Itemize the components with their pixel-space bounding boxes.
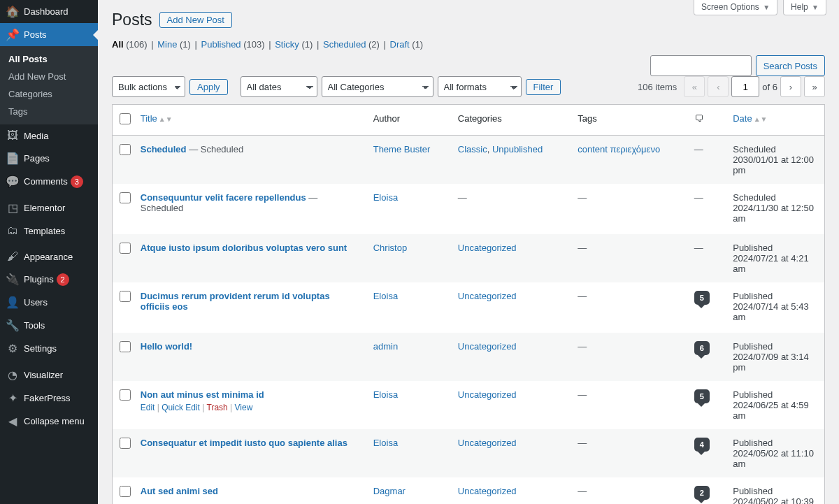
- comment-count[interactable]: 5: [694, 291, 710, 305]
- sidebar-item-visualizer[interactable]: ◔Visualizer: [0, 363, 98, 387]
- post-title-link[interactable]: Consequuntur velit facere repellendus: [141, 192, 306, 203]
- table-row: Consequatur et impedit iusto quo sapient…: [113, 429, 825, 477]
- view-filter-all[interactable]: All (106): [112, 39, 148, 50]
- quick-edit-link[interactable]: Quick Edit: [162, 403, 200, 412]
- format-filter-select[interactable]: All formats: [438, 76, 522, 97]
- help-tab[interactable]: Help ▼: [783, 0, 826, 15]
- sidebar-item-tools[interactable]: 🔧Tools: [0, 314, 98, 337]
- sidebar-item-comments[interactable]: 💬Comments3: [0, 170, 98, 193]
- category-link[interactable]: Uncategorized: [458, 243, 517, 253]
- trash-link[interactable]: Trash: [207, 403, 228, 412]
- row-checkbox[interactable]: [120, 243, 131, 254]
- column-tags[interactable]: Tags: [571, 105, 687, 136]
- category-link[interactable]: Uncategorized: [458, 486, 517, 496]
- author-link[interactable]: Dagmar: [373, 486, 406, 496]
- view-link[interactable]: View: [235, 403, 253, 412]
- apply-button[interactable]: Apply: [189, 79, 228, 95]
- view-filter-mine[interactable]: Mine (1): [157, 39, 191, 50]
- caret-down-icon: ▼: [812, 3, 819, 11]
- sidebar-item-users[interactable]: 👤Users: [0, 291, 98, 314]
- visualizer-icon: ◔: [6, 368, 20, 382]
- post-title-link[interactable]: Ducimus rerum provident rerum id volupta…: [141, 291, 330, 312]
- post-title-link[interactable]: Consequatur et impedit iusto quo sapient…: [141, 438, 347, 448]
- row-checkbox[interactable]: [120, 192, 131, 203]
- sidebar-sub-all[interactable]: All Posts: [0, 50, 98, 68]
- row-checkbox[interactable]: [120, 438, 131, 449]
- category-link[interactable]: Uncategorized: [458, 438, 517, 448]
- comment-count[interactable]: 5: [694, 389, 710, 403]
- post-title-link[interactable]: Non aut minus est minima id: [141, 389, 264, 400]
- comment-count[interactable]: 6: [694, 341, 710, 355]
- sidebar-item-posts[interactable]: 📌Posts: [0, 23, 98, 46]
- column-author[interactable]: Author: [366, 105, 451, 136]
- category-link[interactable]: Uncategorized: [458, 291, 517, 301]
- view-filter-published[interactable]: Published (103): [201, 39, 265, 50]
- search-posts-button[interactable]: Search Posts: [756, 55, 825, 76]
- sidebar-item-label: FakerPress: [24, 393, 70, 403]
- author-link[interactable]: Eloisa: [373, 192, 398, 203]
- pagination-prev-button[interactable]: ‹: [708, 76, 729, 97]
- plugins-icon: 🔌: [6, 273, 20, 286]
- post-title-link[interactable]: Atque iusto ipsum doloribus voluptas ver…: [141, 243, 347, 253]
- sidebar-item-plugins[interactable]: 🔌Plugins2: [0, 268, 98, 291]
- sidebar-item-settings[interactable]: ⚙Settings: [0, 337, 98, 360]
- row-checkbox[interactable]: [120, 389, 131, 401]
- column-comments[interactable]: 🗨: [687, 105, 726, 136]
- filter-button[interactable]: Filter: [526, 79, 561, 95]
- sidebar-sub-tags[interactable]: Tags: [0, 103, 98, 120]
- pagination-first-button[interactable]: «: [684, 76, 705, 97]
- post-title-link[interactable]: Aut sed animi sed: [141, 486, 218, 496]
- post-title-link[interactable]: Scheduled: [141, 144, 187, 154]
- sidebar-item-label: Pages: [24, 153, 50, 164]
- pagination-current-input[interactable]: [731, 76, 759, 97]
- sidebar-sub-cat[interactable]: Categories: [0, 85, 98, 103]
- tag-link[interactable]: content: [578, 144, 608, 154]
- category-link[interactable]: Uncategorized: [458, 389, 517, 400]
- date-filter-select[interactable]: All dates: [241, 76, 317, 97]
- sidebar-sub-add[interactable]: Add New Post: [0, 68, 98, 85]
- author-link[interactable]: admin: [373, 341, 398, 352]
- sidebar-item-fakerpress[interactable]: ✦FakerPress: [0, 387, 98, 410]
- row-checkbox[interactable]: [120, 144, 131, 155]
- row-checkbox[interactable]: [120, 486, 131, 497]
- add-new-post-button[interactable]: Add New Post: [159, 12, 232, 28]
- post-title-link[interactable]: Hello world!: [141, 341, 192, 352]
- view-filter-sticky[interactable]: Sticky (1): [275, 39, 313, 50]
- bulk-actions-select[interactable]: Bulk actions: [112, 76, 185, 97]
- pagination-last-button[interactable]: »: [804, 76, 825, 97]
- row-checkbox[interactable]: [120, 341, 131, 352]
- author-link[interactable]: Theme Buster: [373, 144, 431, 154]
- sidebar-item-collapse[interactable]: ◀Collapse menu: [0, 410, 98, 433]
- category-link[interactable]: Unpublished: [492, 144, 543, 154]
- sidebar-item-media[interactable]: 🖼Media: [0, 124, 98, 147]
- author-link[interactable]: Eloisa: [373, 389, 398, 400]
- column-title[interactable]: Title▲▼: [134, 105, 366, 136]
- row-checkbox[interactable]: [120, 291, 131, 302]
- select-all-checkbox[interactable]: [120, 113, 131, 124]
- comment-count[interactable]: 4: [694, 438, 710, 452]
- column-categories[interactable]: Categories: [451, 105, 571, 136]
- comment-count[interactable]: 2: [694, 486, 710, 500]
- sidebar-item-pages[interactable]: 📄Pages: [0, 147, 98, 170]
- pagination-next-button[interactable]: ›: [780, 76, 801, 97]
- tag-link[interactable]: περιεχόμενο: [610, 144, 661, 154]
- category-link[interactable]: Classic: [458, 144, 487, 154]
- sidebar-item-elementor[interactable]: ◳Elementor: [0, 196, 98, 219]
- author-link[interactable]: Eloisa: [373, 438, 398, 448]
- table-row: Aut sed animi sedEdit | Quick Edit | Tra…: [113, 477, 825, 504]
- category-link[interactable]: Uncategorized: [458, 341, 517, 352]
- author-link[interactable]: Eloisa: [373, 291, 398, 301]
- author-link[interactable]: Christop: [373, 243, 407, 253]
- search-input[interactable]: [650, 55, 752, 76]
- table-row: Ducimus rerum provident rerum id volupta…: [113, 282, 825, 333]
- sidebar-item-appearance[interactable]: 🖌Appearance: [0, 245, 98, 268]
- sidebar-item-templates[interactable]: 🗂Templates: [0, 219, 98, 242]
- sidebar-item-dashboard[interactable]: 🏠Dashboard: [0, 0, 98, 23]
- screen-options-tab[interactable]: Screen Options ▼: [694, 0, 777, 15]
- view-filter-draft[interactable]: Draft (1): [390, 39, 424, 50]
- column-date[interactable]: Date▲▼: [726, 105, 824, 136]
- view-filter-scheduled[interactable]: Scheduled (2): [323, 39, 380, 50]
- edit-link[interactable]: Edit: [141, 403, 155, 412]
- dashboard-icon: 🏠: [6, 5, 20, 18]
- category-filter-select[interactable]: All Categories: [322, 76, 433, 97]
